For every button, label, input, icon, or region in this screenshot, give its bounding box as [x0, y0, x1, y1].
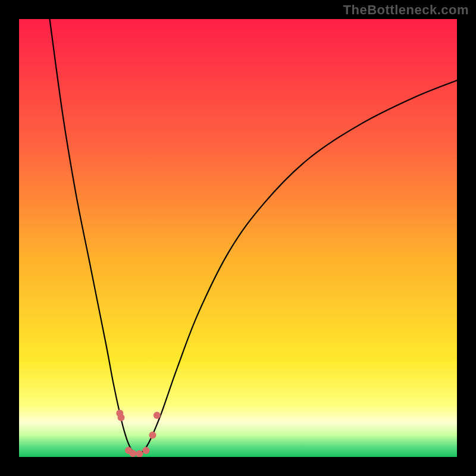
plot-svg [19, 19, 457, 457]
trough-marker [142, 447, 149, 454]
trough-marker [154, 412, 161, 419]
trough-marker [129, 450, 136, 457]
chart-frame: TheBottleneck.com [0, 0, 476, 476]
plot-area [19, 19, 457, 457]
trough-marker [149, 431, 156, 439]
watermark-text: TheBottleneck.com [343, 2, 469, 18]
trough-marker [117, 414, 124, 421]
